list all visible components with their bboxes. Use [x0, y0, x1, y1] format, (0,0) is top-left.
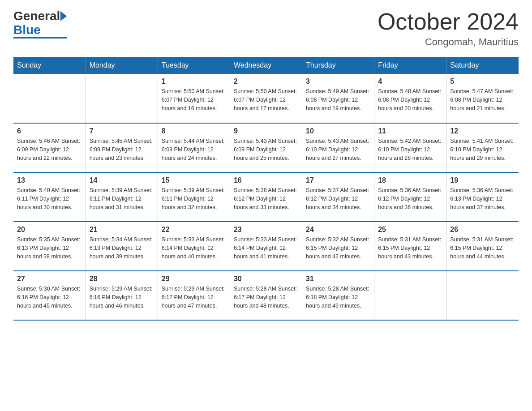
calendar-cell: 14Sunrise: 5:39 AM Sunset: 6:11 PM Dayli…	[86, 172, 158, 222]
week-row-2: 6Sunrise: 5:46 AM Sunset: 6:09 PM Daylig…	[13, 123, 519, 172]
week-row-3: 13Sunrise: 5:40 AM Sunset: 6:11 PM Dayli…	[13, 172, 519, 222]
logo-arrow-icon	[60, 11, 67, 21]
day-detail: Sunrise: 5:33 AM Sunset: 6:14 PM Dayligh…	[162, 235, 226, 261]
calendar-cell: 29Sunrise: 5:29 AM Sunset: 6:17 PM Dayli…	[158, 271, 230, 320]
calendar-cell: 7Sunrise: 5:45 AM Sunset: 6:09 PM Daylig…	[86, 123, 158, 172]
day-number: 23	[234, 226, 298, 234]
day-number: 26	[450, 226, 515, 234]
day-number: 31	[306, 275, 370, 283]
calendar-cell: 24Sunrise: 5:32 AM Sunset: 6:15 PM Dayli…	[302, 222, 374, 271]
day-number: 8	[162, 127, 226, 135]
calendar-cell	[13, 74, 86, 123]
calendar-cell: 3Sunrise: 5:49 AM Sunset: 6:08 PM Daylig…	[302, 74, 374, 123]
calendar-cell: 5Sunrise: 5:47 AM Sunset: 6:08 PM Daylig…	[446, 74, 519, 123]
month-title: October 2024	[378, 9, 519, 34]
week-row-1: 1Sunrise: 5:50 AM Sunset: 6:07 PM Daylig…	[13, 74, 519, 123]
day-detail: Sunrise: 5:48 AM Sunset: 6:08 PM Dayligh…	[378, 87, 442, 112]
logo: General Blue	[13, 9, 67, 39]
day-detail: Sunrise: 5:43 AM Sunset: 6:09 PM Dayligh…	[234, 137, 298, 162]
calendar-cell: 21Sunrise: 5:34 AM Sunset: 6:13 PM Dayli…	[86, 222, 158, 271]
calendar-cell: 18Sunrise: 5:36 AM Sunset: 6:12 PM Dayli…	[374, 172, 446, 222]
calendar-table: Sunday Monday Tuesday Wednesday Thursday…	[13, 57, 519, 321]
calendar-cell: 28Sunrise: 5:29 AM Sunset: 6:16 PM Dayli…	[86, 271, 158, 320]
calendar-cell: 11Sunrise: 5:42 AM Sunset: 6:10 PM Dayli…	[374, 123, 446, 172]
day-number: 24	[306, 226, 370, 234]
col-sunday: Sunday	[13, 57, 86, 74]
calendar-cell: 20Sunrise: 5:35 AM Sunset: 6:13 PM Dayli…	[13, 222, 86, 271]
day-number: 12	[450, 127, 515, 135]
day-detail: Sunrise: 5:41 AM Sunset: 6:10 PM Dayligh…	[450, 137, 515, 162]
day-number: 27	[17, 275, 82, 283]
day-detail: Sunrise: 5:36 AM Sunset: 6:12 PM Dayligh…	[378, 186, 442, 211]
day-detail: Sunrise: 5:28 AM Sunset: 6:17 PM Dayligh…	[234, 285, 298, 310]
location-title: Congomah, Mauritius	[378, 36, 519, 48]
week-row-5: 27Sunrise: 5:30 AM Sunset: 6:16 PM Dayli…	[13, 271, 519, 320]
day-number: 28	[90, 275, 154, 283]
day-detail: Sunrise: 5:39 AM Sunset: 6:11 PM Dayligh…	[90, 186, 154, 211]
day-number: 22	[162, 226, 226, 234]
calendar-cell: 17Sunrise: 5:37 AM Sunset: 6:12 PM Dayli…	[302, 172, 374, 222]
logo-blue-text: Blue	[13, 23, 67, 39]
day-number: 1	[162, 77, 226, 86]
header: General Blue October 2024 Congomah, Maur…	[13, 9, 519, 48]
day-number: 3	[306, 77, 370, 86]
calendar-cell: 6Sunrise: 5:46 AM Sunset: 6:09 PM Daylig…	[13, 123, 86, 172]
calendar-cell	[374, 271, 446, 320]
calendar-cell: 16Sunrise: 5:38 AM Sunset: 6:12 PM Dayli…	[230, 172, 302, 222]
day-detail: Sunrise: 5:29 AM Sunset: 6:16 PM Dayligh…	[90, 285, 154, 310]
day-number: 4	[378, 77, 442, 86]
day-detail: Sunrise: 5:34 AM Sunset: 6:13 PM Dayligh…	[90, 235, 154, 261]
col-saturday: Saturday	[446, 57, 519, 74]
day-detail: Sunrise: 5:40 AM Sunset: 6:11 PM Dayligh…	[17, 186, 82, 211]
day-detail: Sunrise: 5:31 AM Sunset: 6:15 PM Dayligh…	[450, 235, 515, 261]
calendar-cell: 25Sunrise: 5:31 AM Sunset: 6:15 PM Dayli…	[374, 222, 446, 271]
day-detail: Sunrise: 5:43 AM Sunset: 6:10 PM Dayligh…	[306, 137, 370, 162]
day-detail: Sunrise: 5:30 AM Sunset: 6:16 PM Dayligh…	[17, 285, 82, 310]
day-number: 11	[378, 127, 442, 135]
day-number: 15	[162, 176, 226, 184]
calendar-cell: 31Sunrise: 5:28 AM Sunset: 6:18 PM Dayli…	[302, 271, 374, 320]
logo-general-text: General	[13, 9, 60, 23]
calendar-cell: 12Sunrise: 5:41 AM Sunset: 6:10 PM Dayli…	[446, 123, 519, 172]
day-detail: Sunrise: 5:39 AM Sunset: 6:11 PM Dayligh…	[162, 186, 226, 211]
day-number: 9	[234, 127, 298, 135]
calendar-header: Sunday Monday Tuesday Wednesday Thursday…	[13, 57, 519, 74]
calendar-cell: 9Sunrise: 5:43 AM Sunset: 6:09 PM Daylig…	[230, 123, 302, 172]
day-number: 6	[17, 127, 82, 135]
day-detail: Sunrise: 5:42 AM Sunset: 6:10 PM Dayligh…	[378, 137, 442, 162]
calendar-cell: 4Sunrise: 5:48 AM Sunset: 6:08 PM Daylig…	[374, 74, 446, 123]
day-number: 20	[17, 226, 82, 234]
day-detail: Sunrise: 5:31 AM Sunset: 6:15 PM Dayligh…	[378, 235, 442, 261]
day-detail: Sunrise: 5:38 AM Sunset: 6:12 PM Dayligh…	[234, 186, 298, 211]
day-number: 7	[90, 127, 154, 135]
day-detail: Sunrise: 5:50 AM Sunset: 6:07 PM Dayligh…	[234, 87, 298, 112]
calendar-cell: 27Sunrise: 5:30 AM Sunset: 6:16 PM Dayli…	[13, 271, 86, 320]
col-thursday: Thursday	[302, 57, 374, 74]
day-detail: Sunrise: 5:29 AM Sunset: 6:17 PM Dayligh…	[162, 285, 226, 310]
day-number: 14	[90, 176, 154, 184]
day-detail: Sunrise: 5:50 AM Sunset: 6:07 PM Dayligh…	[162, 87, 226, 112]
day-number: 29	[162, 275, 226, 283]
day-detail: Sunrise: 5:28 AM Sunset: 6:18 PM Dayligh…	[306, 285, 370, 310]
day-detail: Sunrise: 5:47 AM Sunset: 6:08 PM Dayligh…	[450, 87, 515, 112]
day-number: 30	[234, 275, 298, 283]
calendar-cell: 26Sunrise: 5:31 AM Sunset: 6:15 PM Dayli…	[446, 222, 519, 271]
header-row: Sunday Monday Tuesday Wednesday Thursday…	[13, 57, 519, 74]
day-detail: Sunrise: 5:49 AM Sunset: 6:08 PM Dayligh…	[306, 87, 370, 112]
day-detail: Sunrise: 5:32 AM Sunset: 6:15 PM Dayligh…	[306, 235, 370, 261]
title-area: October 2024 Congomah, Mauritius	[378, 9, 519, 48]
day-detail: Sunrise: 5:44 AM Sunset: 6:09 PM Dayligh…	[162, 137, 226, 162]
day-number: 16	[234, 176, 298, 184]
calendar-cell: 19Sunrise: 5:36 AM Sunset: 6:13 PM Dayli…	[446, 172, 519, 222]
week-row-4: 20Sunrise: 5:35 AM Sunset: 6:13 PM Dayli…	[13, 222, 519, 271]
day-number: 5	[450, 77, 515, 86]
calendar-cell: 23Sunrise: 5:33 AM Sunset: 6:14 PM Dayli…	[230, 222, 302, 271]
calendar-cell: 13Sunrise: 5:40 AM Sunset: 6:11 PM Dayli…	[13, 172, 86, 222]
day-number: 13	[17, 176, 82, 184]
col-tuesday: Tuesday	[158, 57, 230, 74]
day-detail: Sunrise: 5:35 AM Sunset: 6:13 PM Dayligh…	[17, 235, 82, 261]
day-detail: Sunrise: 5:37 AM Sunset: 6:12 PM Dayligh…	[306, 186, 370, 211]
calendar-cell: 1Sunrise: 5:50 AM Sunset: 6:07 PM Daylig…	[158, 74, 230, 123]
calendar-cell: 10Sunrise: 5:43 AM Sunset: 6:10 PM Dayli…	[302, 123, 374, 172]
calendar-cell: 22Sunrise: 5:33 AM Sunset: 6:14 PM Dayli…	[158, 222, 230, 271]
